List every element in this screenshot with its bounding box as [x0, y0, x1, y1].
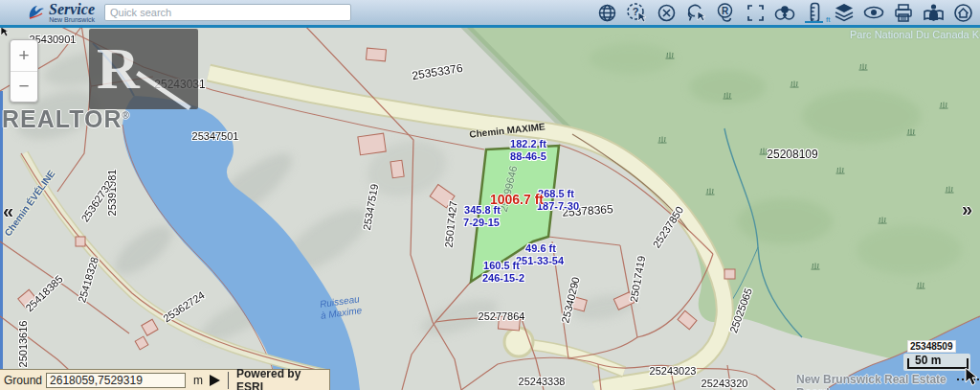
measurement-bearing: 246-15-2	[482, 272, 524, 284]
svg-text:R: R	[722, 6, 729, 16]
help-select-icon[interactable]: ?	[625, 1, 648, 24]
park-label: Parc National Du Canada Kouchibo	[850, 29, 980, 40]
collapse-left-arrow[interactable]: «	[3, 200, 13, 222]
layers-icon[interactable]	[833, 1, 856, 24]
status-bar: Ground m Powered by ESRI	[0, 369, 330, 390]
realtor-watermark-text: REALTOR®	[2, 105, 130, 133]
parcel-label: 25243023	[650, 365, 697, 377]
measurement-bearing: 88-46-5	[510, 150, 546, 162]
parcel-label: 25013616	[17, 321, 29, 368]
measurement-bearing: 7-29-15	[463, 217, 500, 228]
measurement-length: 160.5 ft	[483, 260, 520, 271]
board-watermark-text: New Brunswick Real Estate Board	[796, 373, 980, 390]
parcel-label: 25347501	[192, 130, 239, 142]
zoom-out-button[interactable]: −	[11, 72, 37, 103]
parcel-label-chip: 25348509	[907, 340, 956, 353]
globe-icon[interactable]	[595, 1, 618, 24]
unit-label: m	[193, 374, 203, 387]
footer-divider	[228, 372, 229, 389]
parcel-label: 25243338	[519, 376, 566, 387]
realtor-watermark-logo: R	[89, 29, 198, 109]
toolbar-buttons: ? R	[595, 0, 974, 25]
parcel-label: 25243320	[702, 378, 748, 389]
measure-unit-label: ft	[826, 15, 830, 24]
parcel-label: 25277864	[479, 310, 525, 322]
directory-icon[interactable]	[922, 1, 945, 24]
clear-selection-icon[interactable]	[655, 1, 678, 24]
zoom-extent-icon[interactable]	[744, 1, 767, 24]
overview-icon[interactable]	[773, 1, 796, 24]
print-icon[interactable]	[892, 1, 915, 24]
logo-text-service: Service	[49, 2, 95, 17]
mouse-cursor-icon	[963, 367, 980, 386]
powered-by-esri-label: Powered by ESRI	[236, 367, 329, 390]
coordinate-go-button[interactable]	[210, 375, 220, 386]
active-tool-underline	[805, 21, 823, 23]
pan-eye-icon[interactable]	[862, 1, 885, 24]
measurement-bearing: 251-33-54	[516, 255, 564, 266]
service-nb-logo-icon	[27, 3, 46, 22]
logo-text-newbrunswick: New Brunswick	[49, 16, 95, 23]
map-canvas[interactable]: 25430901 25391981 25243031 25353376 2534…	[0, 25, 980, 390]
quick-search-input[interactable]	[104, 4, 351, 21]
map-application: 25430901 25391981 25243031 25353376 2534…	[0, 0, 980, 390]
measurement-length: 49.6 ft	[525, 242, 556, 254]
service-nb-logo: Service New Brunswick	[27, 2, 95, 23]
parcel-area-label: 1006.7 ft	[490, 192, 544, 207]
r-select-icon[interactable]: R	[714, 1, 737, 24]
home-icon[interactable]	[951, 1, 974, 24]
zoom-control: + −	[10, 39, 38, 103]
top-toolbar: Service New Brunswick ?	[0, 0, 980, 28]
coordinates-input[interactable]	[46, 373, 186, 388]
expand-right-arrow[interactable]: »	[962, 198, 972, 220]
ground-label: Ground	[4, 374, 42, 387]
measurement-length: 182.2 ft	[510, 138, 546, 149]
lasso-select-icon[interactable]	[684, 1, 707, 24]
zoom-in-button[interactable]: +	[11, 40, 37, 72]
svg-text:?: ?	[633, 6, 639, 17]
parcel-label: 25208109	[767, 148, 817, 161]
measure-icon[interactable]: ft	[803, 1, 826, 24]
